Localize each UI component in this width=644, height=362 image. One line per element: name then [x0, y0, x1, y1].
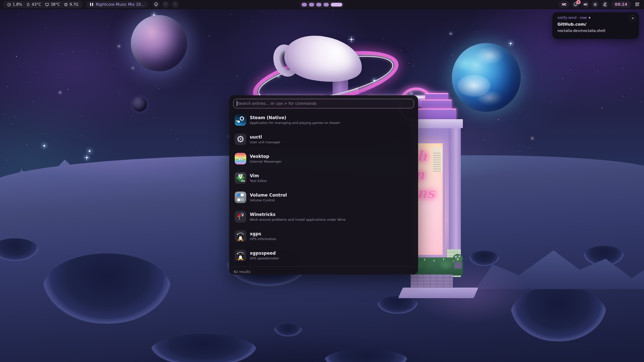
launcher-result-row[interactable]: Winetricks Work around problems and inst… — [233, 208, 414, 225]
neon-letter: h — [417, 148, 427, 164]
launcher-result-row[interactable]: VC Vesktop Internet Messenger — [233, 150, 414, 167]
workspace-5-active[interactable] — [331, 3, 342, 7]
workspace-1[interactable] — [302, 3, 307, 7]
app-name: Winetricks — [250, 212, 345, 217]
row-text: uuctl User unit manager — [250, 134, 280, 144]
shop-window: h n ns — [415, 141, 445, 257]
launcher-result-row[interactable]: ⚙ uuctl User unit manager — [233, 131, 414, 148]
launcher-footer: 62 results — [233, 266, 414, 275]
bar-right: VC 2 — [558, 1, 641, 8]
system-stats-pill[interactable]: 1.8% 43°C 38°C 9.7G — [3, 1, 83, 8]
notification-header: notify-send · now — [557, 16, 634, 20]
app-description: GPS information — [250, 237, 276, 241]
app-name: Volume Control — [250, 193, 287, 198]
row-text: Steam (Native) Application for managing … — [250, 115, 340, 125]
row-text: Winetricks Work around problems and inst… — [250, 212, 345, 221]
search-results-list: Steam (Native) Application for managing … — [233, 112, 414, 266]
top-bar: 1.8% 43°C 38°C 9.7G Nightcore Music Mix … — [0, 0, 644, 9]
cpu-stat: 1.8% — [7, 2, 22, 7]
workspace-2[interactable] — [309, 3, 314, 7]
sun-icon — [593, 3, 597, 7]
heart-button[interactable]: ♡ — [171, 1, 179, 8]
clock[interactable]: 00:24 — [611, 1, 631, 8]
roof-step — [422, 100, 452, 109]
vim-icon: Vim — [235, 172, 246, 184]
display-icon — [45, 3, 49, 7]
chip-icon — [64, 3, 68, 7]
crater — [325, 349, 408, 362]
app-name: Steam (Native) — [250, 115, 340, 120]
workspace-3[interactable] — [316, 3, 321, 7]
bright-star — [84, 154, 90, 161]
launcher-result-row[interactable]: xgps GPS information — [233, 228, 414, 244]
heart-icon: ♡ — [164, 3, 167, 7]
media-player-pill[interactable]: Nightcore Music Mix 20… — [86, 1, 149, 8]
app-name: xgps — [250, 231, 276, 237]
app-name: xgpsspeed — [250, 251, 279, 256]
pilaster — [449, 128, 461, 269]
app-description: Application for managing and playing gam… — [250, 121, 340, 125]
app-description: Text Editor — [250, 179, 267, 183]
memory-stat: 9.7G — [64, 2, 78, 7]
row-text: xgpsspeed GPS speedometer — [250, 251, 279, 260]
heart-button[interactable]: ♡ — [162, 1, 169, 8]
row-text: Volume Control Volume Control — [250, 193, 287, 202]
neon-letter: ns — [417, 185, 435, 201]
gear-icon: ⚙ — [235, 133, 246, 145]
tux-gps-icon — [235, 250, 246, 261]
quick-buttons: ♡ ♡ — [152, 1, 179, 8]
volume-button[interactable] — [582, 1, 589, 8]
close-button[interactable]: ✕ — [630, 15, 636, 21]
search-input[interactable] — [233, 99, 414, 108]
dashboard-button[interactable] — [633, 1, 641, 8]
roof-step — [425, 93, 448, 100]
speaker-icon — [583, 2, 587, 7]
app-description: Volume Control — [250, 198, 287, 202]
results-count: 62 results — [234, 270, 251, 274]
temp-stat: 43°C — [26, 2, 41, 7]
launcher-result-row[interactable]: xgpsspeed GPS speedometer — [233, 247, 414, 264]
roof-step — [417, 109, 456, 119]
tray-item-vesktop[interactable]: VC — [558, 1, 570, 8]
bright-star — [88, 150, 91, 153]
winetricks-icon — [235, 211, 246, 222]
small-planet — [132, 97, 147, 112]
row-text: xgps GPS information — [250, 231, 276, 241]
heart-icon: ♡ — [173, 3, 177, 7]
notification-title: GitHub.com/ — [557, 22, 634, 27]
menu-poster — [432, 147, 444, 172]
app-name: uuctl — [250, 134, 280, 140]
grid-plus-icon — [635, 2, 639, 7]
crater — [43, 253, 171, 324]
bright-star — [508, 41, 513, 46]
vesktop-icon: VC — [235, 153, 246, 164]
steam-icon — [235, 114, 246, 126]
launcher-result-row[interactable]: Volume Control Volume Control — [233, 189, 414, 206]
brightness-button[interactable] — [591, 1, 599, 8]
text-caret — [237, 101, 237, 106]
launcher-result-row[interactable]: Vim Vim Text Editor — [233, 170, 414, 186]
walkway — [398, 288, 478, 298]
workspace-4[interactable] — [324, 3, 329, 7]
crater — [0, 238, 39, 261]
app-description: Internet Messenger — [250, 160, 281, 163]
row-text: Vesktop Internet Messenger — [250, 154, 281, 163]
app-description: User unit manager — [250, 140, 280, 144]
notification-app-time: notify-send · now — [557, 16, 587, 20]
notification-popup[interactable]: notify-send · now ✕ GitHub.com/ noctalia… — [552, 12, 639, 39]
vesktop-tray-icon: VC — [562, 3, 566, 6]
gpu-temp-value: 38°C — [51, 2, 60, 7]
launcher-result-row[interactable]: Steam (Native) Application for managing … — [233, 112, 414, 128]
row-text: Vim Text Editor — [250, 173, 267, 183]
skull-button[interactable] — [152, 1, 160, 8]
crater — [151, 334, 257, 362]
tux-gps-icon — [235, 230, 246, 242]
media-title: Nightcore Music Mix 20… — [96, 2, 145, 7]
app-description: GPS speedometer — [250, 256, 279, 260]
idle-inhibit-button[interactable] — [601, 1, 609, 8]
brick-planter — [411, 275, 453, 288]
temp-value: 43°C — [32, 2, 41, 7]
notification-count-badge: 2 — [576, 0, 581, 4]
app-launcher: Steam (Native) Application for managing … — [229, 95, 418, 275]
cpu-value: 1.8% — [13, 2, 22, 7]
